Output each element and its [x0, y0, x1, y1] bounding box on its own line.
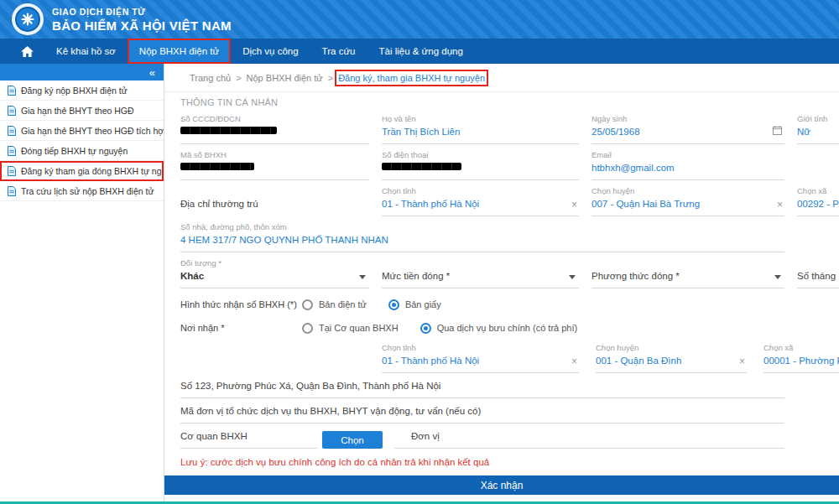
chevron-down-icon: [569, 275, 576, 279]
fullname-field[interactable]: Họ và tên Trần Thị Bích Liên: [382, 114, 579, 144]
sidebar-item-label: Đóng tiếp BHXH tự nguyện: [21, 146, 128, 156]
dob-field[interactable]: Ngày sinh 25/05/1968: [591, 114, 784, 144]
residence-district-select[interactable]: Chọn huyện 007 - Quận Hai Bà Trưng ×: [591, 186, 784, 216]
main-content: Trang chủ > Nộp BHXH điện tử > Đăng ký, …: [164, 64, 839, 501]
sidebar-item-label: Gia hạn thẻ BHYT theo HGĐ tích hợp gi...: [21, 126, 164, 136]
district-value: 001 - Quận Ba Đình: [596, 356, 747, 368]
document-icon: [8, 166, 16, 176]
nav-item-ke-khai-ho-so[interactable]: Kê khai hồ sơ: [44, 39, 128, 64]
clear-icon[interactable]: ×: [777, 200, 783, 210]
sidebar-item-tra-cuu-lich-su[interactable]: Tra cứu lịch sử nộp BHXH điện tử: [0, 181, 164, 201]
form-row-agency: Cơ quan BHXH Chọn Đơn vị: [180, 431, 839, 449]
unit-field[interactable]: Đơn vị: [394, 431, 784, 449]
personal-info-form: THÔNG TIN CÁ NHÂN Số CCCD/ĐDCN Họ và tên…: [164, 92, 839, 467]
sidebar-item-dong-tiep-tu-nguyen[interactable]: Đóng tiếp BHXH tự nguyện: [0, 141, 164, 161]
cccd-field[interactable]: Số CCCD/ĐDCN: [180, 114, 369, 144]
radio-off-icon: [302, 323, 313, 334]
gender-field[interactable]: Giới tính Nữ: [797, 114, 839, 144]
chevron-down-icon: [359, 275, 366, 279]
sidebar-item-dang-ky-nop[interactable]: Đăng ký nộp BHXH điện tử: [0, 81, 164, 101]
document-icon: [8, 146, 16, 156]
amount-placeholder: Mức tiền đóng *: [382, 271, 579, 283]
ward-value: 00001 - Phường Phúc Xá: [763, 356, 839, 368]
form-row-book-format: Hình thức nhận sổ BHXH (*) Bản điện tử B…: [180, 297, 839, 312]
sidebar-item-label: Gia hạn thẻ BHYT theo HGĐ: [21, 106, 134, 116]
phone-label: Số điện thoại: [382, 150, 579, 160]
agency-field[interactable]: Cơ quan BHXH: [180, 431, 317, 449]
street-value: 4 HEM 317/7 NGO QUYNH PHỐ THANH NHAN: [180, 235, 784, 247]
email-label: Email: [591, 150, 784, 160]
nav-item-nop-bhxh-dien-tu[interactable]: Nộp BHXH điện tử: [128, 39, 231, 64]
months-placeholder: Số tháng: [797, 271, 839, 283]
gender-value: Nữ: [797, 127, 839, 139]
delivery-province-select[interactable]: Chọn tỉnh 01 - Thành phố Hà Nội ×: [382, 343, 579, 373]
sidebar-collapse-button[interactable]: «: [0, 64, 164, 81]
app-header: GIAO DỊCH ĐIỆN TỬ BẢO HIỂM XÃ HỘI VIỆT N…: [0, 0, 839, 39]
form-row-residence: Địa chỉ thường trú Chọn tỉnh 01 - Thành …: [180, 186, 839, 216]
cccd-redacted-value: [180, 127, 277, 134]
postal-fee-note: Lưu ý: cước dịch vụ bưu chính công ích d…: [180, 457, 839, 467]
app-title-line2: BẢO HIỂM XÃ HỘI VIỆT NAM: [52, 18, 232, 33]
delivery-ward-select[interactable]: Chọn xã 00001 - Phường Phúc Xá ×: [763, 343, 839, 373]
social-id-label: Mã số BHXH: [180, 150, 369, 160]
street-label: Số nhà, đường phố, thôn xóm: [180, 222, 784, 232]
months-field[interactable]: Số tháng: [797, 258, 839, 288]
section-title: THÔNG TIN CÁ NHÂN: [180, 97, 839, 107]
receive-place-label: Nơi nhận *: [180, 323, 302, 333]
bhxh-logo: [12, 3, 44, 35]
street-field[interactable]: Số nhà, đường phố, thôn xóm 4 HEM 317/7 …: [180, 222, 784, 252]
sidebar: « Đăng ký nộp BHXH điện tử Gia hạn thẻ B…: [0, 64, 164, 501]
delivery-address-field[interactable]: Số 123, Phường Phúc Xá, Quận Ba Đình, Th…: [180, 381, 784, 398]
document-icon: [8, 106, 16, 116]
form-row-street: Số nhà, đường phố, thôn xóm 4 HEM 317/7 …: [180, 222, 839, 252]
ward-label: Chọn xã: [797, 186, 839, 196]
cccd-label: Số CCCD/ĐDCN: [180, 114, 369, 124]
breadcrumb-home[interactable]: Trang chủ: [190, 73, 231, 83]
form-row-contact: Mã số BHXH Số điện thoại Email htbhxh@gm…: [180, 150, 839, 180]
residence-ward-select[interactable]: Chọn xã 00292 - Ph: [797, 186, 839, 216]
subject-select[interactable]: Đối tượng * Khác: [180, 258, 369, 288]
radio-label: Qua dịch vụ bưu chính (có trả phí): [437, 323, 578, 333]
clear-icon[interactable]: ×: [739, 356, 745, 366]
phone-field[interactable]: Số điện thoại: [382, 150, 579, 180]
sidebar-item-gia-han-bhyt-hgd[interactable]: Gia hạn thẻ BHYT theo HGĐ: [0, 101, 164, 121]
breadcrumb-current: Đăng ký, tham gia BHXH tự nguyện: [338, 73, 485, 83]
province-value: 01 - Thành phố Hà Nội: [382, 199, 579, 211]
province-value: 01 - Thành phố Hà Nội: [382, 356, 579, 368]
delivery-district-select[interactable]: Chọn huyện 001 - Quận Ba Đình ×: [596, 343, 747, 373]
radio-ban-giay[interactable]: Bản giấy: [388, 299, 441, 310]
sidebar-item-dang-ky-tham-gia-tu-nguyen[interactable]: Đăng ký tham gia đóng BHXH tự nguyện: [0, 161, 164, 181]
nav-home-button[interactable]: [10, 39, 44, 64]
nav-item-tra-cuu[interactable]: Tra cứu: [310, 39, 367, 64]
breadcrumb-section[interactable]: Nộp BHXH điện tử: [247, 73, 323, 83]
form-row-delivery-street: Số 123, Phường Phúc Xá, Quận Ba Đình, Th…: [180, 381, 839, 398]
nav-item-dich-vu-cong[interactable]: Dịch vụ công: [231, 39, 310, 64]
delivery-address-value: Số 123, Phường Phúc Xá, Quận Ba Đình, Th…: [180, 381, 784, 393]
province-label: Chọn tỉnh: [382, 186, 579, 196]
calendar-icon[interactable]: [773, 123, 782, 138]
nav-item-tai-lieu-ung-dung[interactable]: Tài liệu & ứng dụng: [367, 39, 474, 64]
clear-icon[interactable]: ×: [571, 356, 577, 366]
breadcrumb: Trang chủ > Nộp BHXH điện tử > Đăng ký, …: [164, 64, 839, 92]
fullname-label: Họ và tên: [382, 114, 579, 124]
choose-agency-button[interactable]: Chọn: [322, 431, 383, 449]
district-label: Chọn huyện: [591, 186, 784, 196]
social-id-redacted-value: [180, 163, 254, 170]
dob-value: 25/05/1968: [591, 127, 784, 139]
radio-ban-dien-tu[interactable]: Bản điện tử: [302, 299, 367, 310]
amount-select[interactable]: Mức tiền đóng *: [382, 258, 579, 288]
breadcrumb-separator: >: [236, 73, 241, 83]
confirm-button[interactable]: Xác nhận: [164, 475, 839, 495]
org-code-field[interactable]: Mã đơn vị tổ chức dịch vụ thu BHXH, BHYT…: [180, 406, 784, 423]
radio-qua-dich-vu-buu-chinh[interactable]: Qua dịch vụ bưu chính (có trả phí): [420, 323, 578, 334]
residence-province-select[interactable]: Chọn tỉnh 01 - Thành phố Hà Nội ×: [382, 186, 579, 216]
email-field[interactable]: Email htbhxh@gmail.com: [591, 150, 784, 180]
radio-tai-co-quan-bhxh[interactable]: Tại Cơ quan BHXH: [302, 323, 399, 334]
clear-icon[interactable]: ×: [571, 200, 577, 210]
form-row-receive-place: Nơi nhận * Tại Cơ quan BHXH Qua dịch vụ …: [180, 320, 839, 335]
radio-label: Bản giấy: [405, 299, 441, 309]
social-id-field[interactable]: Mã số BHXH: [180, 150, 369, 180]
sidebar-item-gia-han-bhyt-tich-hop[interactable]: Gia hạn thẻ BHYT theo HGĐ tích hợp gi...: [0, 121, 164, 141]
breadcrumb-separator: >: [328, 73, 333, 83]
method-select[interactable]: Phương thức đóng *: [591, 258, 784, 288]
